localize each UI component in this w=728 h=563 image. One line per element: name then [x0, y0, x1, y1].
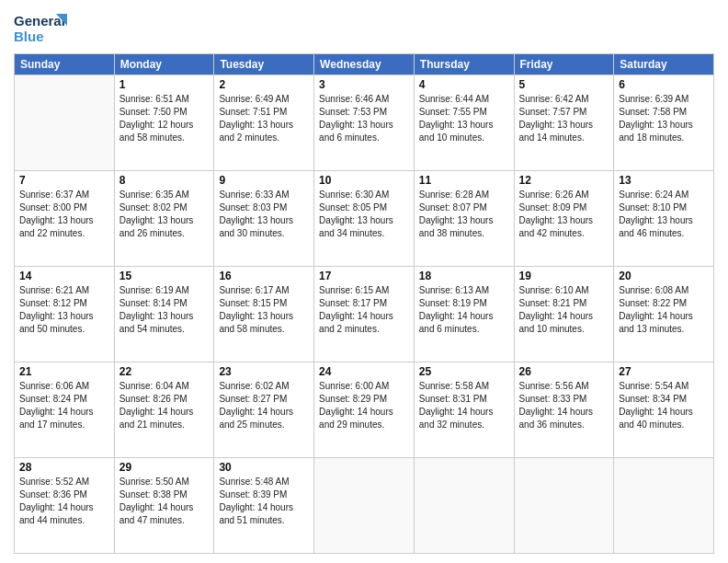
weekday-header: Sunday	[15, 54, 115, 75]
day-number: 6	[619, 78, 709, 91]
day-number: 25	[419, 365, 509, 378]
calendar-week-row: 1Sunrise: 6:51 AM Sunset: 7:50 PM Daylig…	[15, 75, 714, 171]
day-info: Sunrise: 6:39 AM Sunset: 7:58 PM Dayligh…	[619, 93, 709, 144]
calendar-week-row: 7Sunrise: 6:37 AM Sunset: 8:00 PM Daylig…	[15, 171, 714, 267]
weekday-header: Wednesday	[314, 54, 415, 75]
calendar-cell	[15, 75, 115, 171]
calendar-cell: 6Sunrise: 6:39 AM Sunset: 7:58 PM Daylig…	[614, 75, 714, 171]
calendar-cell: 15Sunrise: 6:19 AM Sunset: 8:14 PM Dayli…	[114, 267, 214, 362]
day-number: 3	[319, 78, 409, 91]
calendar-cell: 16Sunrise: 6:17 AM Sunset: 8:15 PM Dayli…	[214, 267, 314, 362]
calendar-cell: 8Sunrise: 6:35 AM Sunset: 8:02 PM Daylig…	[114, 171, 214, 267]
day-info: Sunrise: 6:19 AM Sunset: 8:14 PM Dayligh…	[119, 284, 210, 336]
header: GeneralBlue	[14, 9, 714, 46]
logo-svg: GeneralBlue	[14, 9, 69, 46]
calendar-cell: 12Sunrise: 6:26 AM Sunset: 8:09 PM Dayli…	[514, 171, 614, 267]
day-info: Sunrise: 6:10 AM Sunset: 8:21 PM Dayligh…	[519, 284, 609, 336]
day-info: Sunrise: 6:00 AM Sunset: 8:29 PM Dayligh…	[319, 380, 409, 431]
day-number: 11	[419, 174, 509, 187]
calendar-cell	[414, 458, 514, 554]
weekday-header: Thursday	[414, 54, 514, 75]
day-number: 29	[119, 461, 210, 474]
logo: GeneralBlue	[14, 9, 69, 46]
day-number: 8	[119, 174, 210, 187]
day-info: Sunrise: 5:50 AM Sunset: 8:38 PM Dayligh…	[119, 476, 210, 527]
day-info: Sunrise: 6:28 AM Sunset: 8:07 PM Dayligh…	[419, 189, 509, 240]
day-info: Sunrise: 5:54 AM Sunset: 8:34 PM Dayligh…	[619, 380, 709, 431]
weekday-header: Tuesday	[214, 54, 314, 75]
day-number: 14	[19, 270, 109, 282]
weekday-header: Saturday	[614, 54, 714, 75]
day-info: Sunrise: 6:17 AM Sunset: 8:15 PM Dayligh…	[219, 284, 309, 336]
calendar-cell: 28Sunrise: 5:52 AM Sunset: 8:36 PM Dayli…	[15, 458, 115, 554]
calendar-cell: 10Sunrise: 6:30 AM Sunset: 8:05 PM Dayli…	[314, 171, 415, 267]
calendar-cell: 17Sunrise: 6:15 AM Sunset: 8:17 PM Dayli…	[314, 267, 415, 362]
day-number: 10	[319, 174, 409, 187]
day-info: Sunrise: 6:02 AM Sunset: 8:27 PM Dayligh…	[219, 380, 309, 431]
day-number: 1	[119, 78, 210, 91]
day-info: Sunrise: 6:21 AM Sunset: 8:12 PM Dayligh…	[19, 284, 109, 336]
calendar-cell: 30Sunrise: 5:48 AM Sunset: 8:39 PM Dayli…	[214, 458, 314, 554]
calendar-cell: 5Sunrise: 6:42 AM Sunset: 7:57 PM Daylig…	[514, 75, 614, 171]
calendar-table: SundayMondayTuesdayWednesdayThursdayFrid…	[14, 53, 714, 554]
day-info: Sunrise: 6:24 AM Sunset: 8:10 PM Dayligh…	[619, 189, 709, 240]
calendar-cell: 27Sunrise: 5:54 AM Sunset: 8:34 PM Dayli…	[614, 362, 714, 458]
calendar-cell: 7Sunrise: 6:37 AM Sunset: 8:00 PM Daylig…	[15, 171, 115, 267]
calendar-cell: 14Sunrise: 6:21 AM Sunset: 8:12 PM Dayli…	[15, 267, 115, 362]
day-number: 19	[519, 270, 609, 282]
day-info: Sunrise: 6:30 AM Sunset: 8:05 PM Dayligh…	[319, 189, 409, 240]
day-info: Sunrise: 5:56 AM Sunset: 8:33 PM Dayligh…	[519, 380, 609, 431]
day-number: 7	[19, 174, 109, 187]
weekday-header: Friday	[514, 54, 614, 75]
day-number: 18	[419, 270, 509, 282]
calendar-cell: 1Sunrise: 6:51 AM Sunset: 7:50 PM Daylig…	[114, 75, 214, 171]
day-info: Sunrise: 6:51 AM Sunset: 7:50 PM Dayligh…	[119, 93, 210, 144]
page: GeneralBlue SundayMondayTuesdayWednesday…	[0, 0, 728, 563]
day-info: Sunrise: 6:49 AM Sunset: 7:51 PM Dayligh…	[219, 93, 309, 144]
calendar-cell	[614, 458, 714, 554]
svg-text:Blue: Blue	[14, 29, 44, 44]
day-number: 16	[219, 270, 309, 282]
day-number: 23	[219, 365, 309, 378]
day-number: 27	[619, 365, 709, 378]
day-number: 21	[19, 365, 109, 378]
day-info: Sunrise: 6:35 AM Sunset: 8:02 PM Dayligh…	[119, 189, 210, 240]
day-info: Sunrise: 6:46 AM Sunset: 7:53 PM Dayligh…	[319, 93, 409, 144]
calendar-cell: 4Sunrise: 6:44 AM Sunset: 7:55 PM Daylig…	[414, 75, 514, 171]
day-number: 30	[219, 461, 309, 474]
day-number: 2	[219, 78, 309, 91]
day-info: Sunrise: 6:42 AM Sunset: 7:57 PM Dayligh…	[519, 93, 609, 144]
calendar-header-row: SundayMondayTuesdayWednesdayThursdayFrid…	[15, 54, 714, 75]
day-info: Sunrise: 6:15 AM Sunset: 8:17 PM Dayligh…	[319, 284, 409, 336]
calendar-cell: 25Sunrise: 5:58 AM Sunset: 8:31 PM Dayli…	[414, 362, 514, 458]
day-info: Sunrise: 6:37 AM Sunset: 8:00 PM Dayligh…	[19, 189, 109, 240]
day-info: Sunrise: 6:33 AM Sunset: 8:03 PM Dayligh…	[219, 189, 309, 240]
day-number: 17	[319, 270, 409, 282]
calendar-cell: 24Sunrise: 6:00 AM Sunset: 8:29 PM Dayli…	[314, 362, 415, 458]
day-number: 4	[419, 78, 509, 91]
day-number: 5	[519, 78, 609, 91]
calendar-cell: 9Sunrise: 6:33 AM Sunset: 8:03 PM Daylig…	[214, 171, 314, 267]
day-info: Sunrise: 5:48 AM Sunset: 8:39 PM Dayligh…	[219, 476, 309, 527]
day-number: 15	[119, 270, 210, 282]
day-number: 26	[519, 365, 609, 378]
day-number: 22	[119, 365, 210, 378]
calendar-cell: 2Sunrise: 6:49 AM Sunset: 7:51 PM Daylig…	[214, 75, 314, 171]
calendar-cell: 3Sunrise: 6:46 AM Sunset: 7:53 PM Daylig…	[314, 75, 415, 171]
day-info: Sunrise: 6:06 AM Sunset: 8:24 PM Dayligh…	[19, 380, 109, 431]
day-number: 9	[219, 174, 309, 187]
calendar-cell: 23Sunrise: 6:02 AM Sunset: 8:27 PM Dayli…	[214, 362, 314, 458]
calendar-cell	[314, 458, 415, 554]
day-number: 20	[619, 270, 709, 282]
calendar-week-row: 28Sunrise: 5:52 AM Sunset: 8:36 PM Dayli…	[15, 458, 714, 554]
calendar-cell: 13Sunrise: 6:24 AM Sunset: 8:10 PM Dayli…	[614, 171, 714, 267]
day-number: 13	[619, 174, 709, 187]
calendar-week-row: 14Sunrise: 6:21 AM Sunset: 8:12 PM Dayli…	[15, 267, 714, 362]
calendar-cell: 26Sunrise: 5:56 AM Sunset: 8:33 PM Dayli…	[514, 362, 614, 458]
calendar-week-row: 21Sunrise: 6:06 AM Sunset: 8:24 PM Dayli…	[15, 362, 714, 458]
calendar-cell: 29Sunrise: 5:50 AM Sunset: 8:38 PM Dayli…	[114, 458, 214, 554]
day-number: 28	[19, 461, 109, 474]
day-number: 12	[519, 174, 609, 187]
day-info: Sunrise: 6:13 AM Sunset: 8:19 PM Dayligh…	[419, 284, 509, 336]
day-number: 24	[319, 365, 409, 378]
